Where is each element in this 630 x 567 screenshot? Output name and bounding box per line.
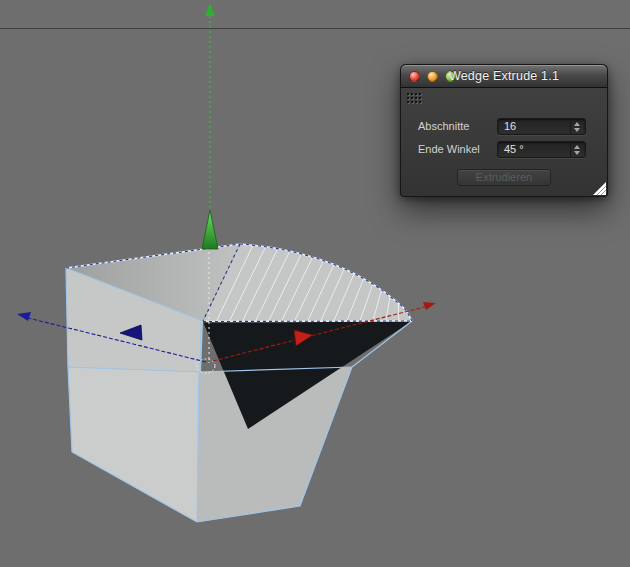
stepper-up-icon[interactable]: [574, 122, 580, 126]
minimize-icon[interactable]: [427, 71, 438, 82]
application-window: Wedge Extrude 1.1 Abschnitte 16 Ende Win…: [0, 0, 630, 567]
resize-grip[interactable]: [593, 182, 606, 195]
ende-winkel-label: Ende Winkel: [418, 141, 494, 158]
zoom-icon[interactable]: [445, 71, 456, 82]
y-axis-top-arrow-icon: [205, 3, 215, 16]
z-axis-arrow-icon: [17, 312, 31, 321]
model-mesh[interactable]: [66, 244, 412, 522]
abschnitte-stepper[interactable]: [570, 119, 583, 134]
stepper-down-icon[interactable]: [574, 128, 580, 132]
ende-winkel-stepper[interactable]: [570, 142, 583, 157]
close-icon[interactable]: [409, 71, 420, 82]
abschnitte-label: Abschnitte: [418, 118, 494, 135]
extrudieren-button[interactable]: Extrudieren: [457, 169, 551, 186]
ende-winkel-value: 45 °: [504, 142, 524, 157]
abschnitte-field[interactable]: 16: [497, 118, 586, 135]
dialog-body: Abschnitte 16 Ende Winkel 45 ° Extrudier…: [400, 88, 608, 197]
wedge-extrude-dialog: Wedge Extrude 1.1 Abschnitte 16 Ende Win…: [400, 64, 608, 196]
stepper-down-icon[interactable]: [574, 151, 580, 155]
dialog-titlebar[interactable]: Wedge Extrude 1.1: [400, 64, 608, 88]
x-axis-arrow-icon: [423, 302, 436, 310]
abschnitte-value: 16: [504, 119, 516, 134]
lower-cube-front-face[interactable]: [68, 367, 199, 522]
palette-grip-icon[interactable]: [406, 92, 422, 104]
y-axis-cone-icon[interactable]: [202, 210, 218, 249]
stepper-up-icon[interactable]: [574, 145, 580, 149]
ende-winkel-field[interactable]: 45 °: [497, 141, 586, 158]
